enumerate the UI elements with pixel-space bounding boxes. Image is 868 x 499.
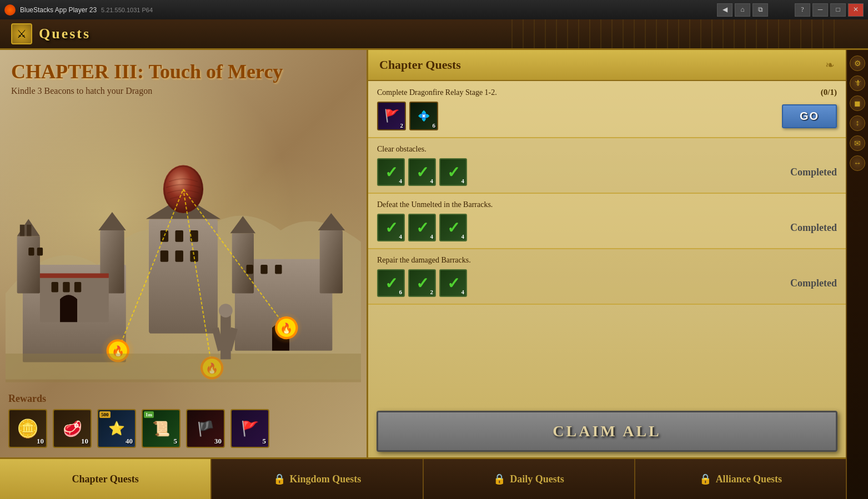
check-icon-7: ✓ [385,274,398,293]
header-pattern [501,19,835,48]
quest-1-progress: (0/1) [821,88,837,97]
sidebar-btn-3[interactable]: ◼ [850,95,865,111]
check-icon-4: ✓ [385,219,398,237]
check-icon-5: ✓ [416,219,429,237]
app-version: 5.21.550.1031 P64 [101,7,153,13]
content-area: CHAPTER III: Touch of Mercy Kindle 3 Bea… [0,50,846,457]
tab-chapter-quests[interactable]: Chapter Quests [0,459,212,499]
reward-item-scroll: 1m 📜 5 [142,409,182,449]
tab-kingdom-quests[interactable]: 🔒 Kingdom Quests [212,459,423,499]
close-btn[interactable]: ✕ [848,3,864,17]
right-sidebar: ⚙ 🗡 ◼ ↕ ✉ ↔ [846,50,868,499]
minimize-btn[interactable]: ─ [812,3,828,17]
sidebar-btn-5[interactable]: ✉ [850,135,865,151]
svg-rect-4 [27,225,31,236]
quest-2-status: Completed [790,167,837,178]
reward-item-banner: 🏴 30 [186,409,226,449]
reward-meat-icon: 🥩 [63,420,82,438]
quest-1-reward-2-count: 6 [433,122,436,129]
reward-coin-count: 10 [37,437,44,446]
quest-1-reward-1-icon: 🚩 [384,109,399,123]
chapter-quests-title: Chapter Quests [379,58,461,72]
kingdom-lock-icon: 🔒 [273,473,285,485]
page-title: Quests [39,26,91,42]
quest-3-check-1-count: 4 [399,233,403,240]
restore-btn[interactable]: □ [830,3,846,17]
check-icon-3: ✓ [447,163,460,182]
sidebar-btn-6[interactable]: ↔ [850,155,865,171]
svg-rect-25 [175,230,183,242]
quest-4-name: Repair the damaged Barracks. [377,256,471,265]
svg-rect-29 [190,250,198,262]
header-bar: ⚔ Quests [0,19,868,50]
reward-item-exp: 500 ⭐ 40 [97,409,137,449]
svg-rect-17 [320,230,343,294]
svg-rect-12 [74,282,81,293]
quests-list[interactable]: Complete Dragonfire Relay Stage 1-2. (0/… [368,81,846,405]
quest-4-check-3-count: 4 [461,289,465,295]
nav-back-btn[interactable]: ◀ [717,3,732,17]
help-btn[interactable]: ? [795,3,810,17]
svg-rect-1 [17,236,40,293]
quests-header-icon: ⚔ [11,23,32,44]
reward-scroll-icon: 📜 [152,420,170,437]
svg-rect-11 [63,282,69,293]
svg-rect-21 [275,265,282,274]
quest-item-4: Repair the damaged Barracks. ✓ 6 ✓ 2 ✓ [368,249,846,305]
nav-tab-btn[interactable]: ⧉ [752,3,768,17]
reward-item-meat: 🥩 10 [53,409,93,449]
reward-flag-count: 5 [263,437,267,446]
quest-4-check-1: ✓ 6 [377,269,405,297]
sidebar-btn-4[interactable]: ↕ [850,115,865,131]
quest-2-name: Clear obstacles. [377,145,427,154]
svg-rect-28 [175,250,183,262]
quest-1-go-button[interactable]: GO [782,104,837,128]
chapter-title-block: CHAPTER III: Touch of Mercy Kindle 3 Bea… [11,61,355,96]
tab-alliance-quests[interactable]: 🔒 Alliance Quests [635,459,846,499]
titlebar: BlueStacks App Player 23 5.21.550.1031 P… [0,0,868,19]
nav-home-btn[interactable]: ⌂ [735,3,750,17]
game-window: ⚔ Quests ⚙ 🗡 ◼ ↕ ✉ ↔ CHAPTER III: Touch … [0,19,868,499]
quest-1-reward-2: 💠 6 [409,102,438,130]
quest-item-2: Clear obstacles. ✓ 4 ✓ 4 ✓ 4 [368,138,846,194]
svg-text:🔥: 🔥 [280,322,293,335]
quest-3-check-3-count: 4 [461,233,465,240]
quest-4-check-3: ✓ 4 [439,269,467,297]
tab-daily-quests[interactable]: 🔒 Daily Quests [424,459,635,499]
alliance-lock-icon: 🔒 [699,473,711,485]
svg-rect-8 [28,248,34,255]
sidebar-btn-1[interactable]: ⚙ [850,56,865,71]
reward-scroll-count: 5 [174,437,178,446]
svg-rect-27 [160,250,168,262]
app-title: BlueStacks App Player 23 [20,6,97,14]
sidebar-btn-2[interactable]: 🗡 [850,75,865,91]
map-svg: 🔥 🔥 🔥 [6,117,361,413]
claim-all-button[interactable]: CLAIM ALL [377,411,837,452]
svg-rect-47 [6,354,361,382]
header-ornament: ❧ [825,58,835,72]
quest-4-check-2-count: 2 [430,289,434,295]
reward-meat-count: 10 [81,437,88,446]
bottom-tabs: Chapter Quests 🔒 Kingdom Quests 🔒 Daily … [0,457,846,499]
daily-lock-icon: 🔒 [493,473,505,485]
quest-3-name: Defeat the Unmelted in the Barracks. [377,200,493,209]
rewards-section: Rewards 🪙 10 🥩 10 [8,393,358,449]
check-icon-6: ✓ [447,219,460,237]
window-controls: ◀ ⌂ ⧉ ? ─ □ ✕ [717,3,864,17]
quest-3-check-2: ✓ 4 [408,214,436,241]
reward-exp-count: 40 [126,437,133,446]
svg-marker-6 [98,212,126,230]
reward-item-coin: 🪙 10 [8,409,48,449]
quest-3-status: Completed [790,222,837,234]
quest-2-check-1-count: 4 [399,178,403,184]
reward-item-flag: 🚩 5 [230,409,270,449]
quest-2-check-2-count: 4 [430,178,434,184]
svg-rect-13 [40,273,109,278]
quest-4-check-1-count: 6 [399,289,403,295]
check-icon-8: ✓ [416,274,429,293]
chapter-quests-header: Chapter Quests ❧ [368,50,846,81]
rewards-label: Rewards [8,393,358,405]
svg-marker-18 [318,213,345,230]
map-scene: 🔥 🔥 🔥 [6,117,361,413]
quest-4-check-2: ✓ 2 [408,269,436,297]
